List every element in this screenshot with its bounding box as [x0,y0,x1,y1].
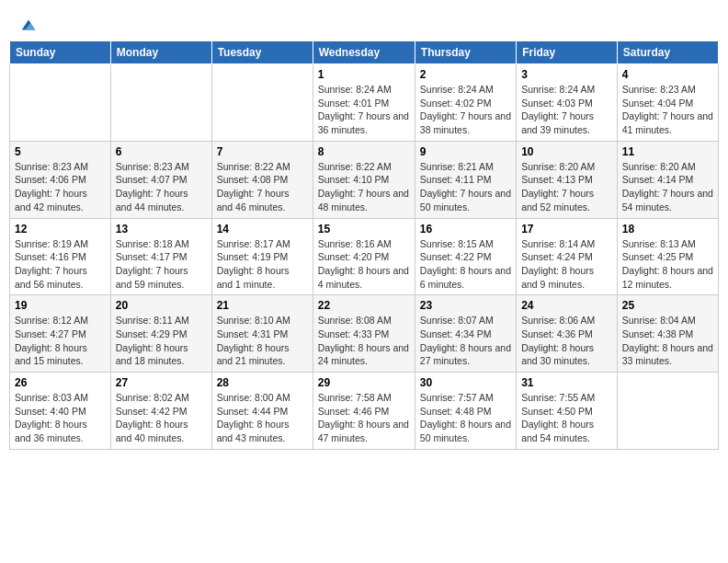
day-number: 4 [622,68,713,81]
week-row-1: 1Sunrise: 8:24 AM Sunset: 4:01 PM Daylig… [10,64,719,142]
weekday-header-monday: Monday [110,41,211,64]
day-cell: 4Sunrise: 8:23 AM Sunset: 4:04 PM Daylig… [617,64,718,142]
day-info: Sunrise: 8:16 AM Sunset: 4:20 PM Dayligh… [318,237,410,292]
day-info: Sunrise: 8:04 AM Sunset: 4:38 PM Dayligh… [622,314,713,368]
day-info: Sunrise: 8:11 AM Sunset: 4:29 PM Dayligh… [116,314,207,368]
day-number: 8 [318,145,410,158]
day-info: Sunrise: 8:06 AM Sunset: 4:36 PM Dayligh… [521,314,612,368]
day-cell: 17Sunrise: 8:14 AM Sunset: 4:24 PM Dayli… [517,218,618,295]
day-number: 10 [521,145,612,158]
day-cell: 27Sunrise: 8:02 AM Sunset: 4:42 PM Dayli… [110,373,211,450]
day-cell: 12Sunrise: 8:19 AM Sunset: 4:16 PM Dayli… [10,218,111,295]
day-number: 11 [622,145,713,158]
day-info: Sunrise: 8:21 AM Sunset: 4:11 PM Dayligh… [420,160,511,214]
day-number: 7 [217,145,308,158]
day-number: 1 [318,68,410,81]
day-cell [211,64,313,142]
day-cell: 22Sunrise: 8:08 AM Sunset: 4:33 PM Dayli… [313,295,415,373]
day-number: 6 [116,145,207,158]
day-number: 18 [622,223,713,236]
day-cell: 8Sunrise: 8:22 AM Sunset: 4:10 PM Daylig… [313,141,415,218]
day-number: 15 [318,223,410,236]
weekday-header-wednesday: Wednesday [313,41,415,64]
day-cell: 10Sunrise: 8:20 AM Sunset: 4:13 PM Dayli… [517,141,618,218]
day-info: Sunrise: 8:19 AM Sunset: 4:16 PM Dayligh… [15,237,106,292]
day-cell: 19Sunrise: 8:12 AM Sunset: 4:27 PM Dayli… [10,295,111,373]
day-info: Sunrise: 8:23 AM Sunset: 4:04 PM Dayligh… [622,83,713,137]
day-info: Sunrise: 7:57 AM Sunset: 4:48 PM Dayligh… [420,391,511,445]
day-cell: 1Sunrise: 8:24 AM Sunset: 4:01 PM Daylig… [313,64,415,142]
week-row-2: 5Sunrise: 8:23 AM Sunset: 4:06 PM Daylig… [10,141,719,218]
day-cell: 9Sunrise: 8:21 AM Sunset: 4:11 PM Daylig… [415,141,516,218]
day-number: 3 [521,68,612,81]
day-info: Sunrise: 8:24 AM Sunset: 4:01 PM Dayligh… [318,83,410,137]
page-header [9,9,719,40]
day-cell [110,64,211,142]
day-info: Sunrise: 8:24 AM Sunset: 4:02 PM Dayligh… [420,83,511,137]
day-info: Sunrise: 8:18 AM Sunset: 4:17 PM Dayligh… [116,237,207,292]
day-cell: 7Sunrise: 8:22 AM Sunset: 4:08 PM Daylig… [211,141,313,218]
day-info: Sunrise: 8:07 AM Sunset: 4:34 PM Dayligh… [420,314,511,368]
day-info: Sunrise: 8:03 AM Sunset: 4:40 PM Dayligh… [15,391,106,445]
day-cell: 20Sunrise: 8:11 AM Sunset: 4:29 PM Dayli… [110,295,211,373]
day-cell: 13Sunrise: 8:18 AM Sunset: 4:17 PM Dayli… [110,218,211,295]
day-cell: 25Sunrise: 8:04 AM Sunset: 4:38 PM Dayli… [617,295,718,373]
day-cell: 24Sunrise: 8:06 AM Sunset: 4:36 PM Dayli… [517,295,618,373]
day-info: Sunrise: 7:55 AM Sunset: 4:50 PM Dayligh… [521,391,612,445]
day-cell: 29Sunrise: 7:58 AM Sunset: 4:46 PM Dayli… [313,373,415,450]
weekday-header-row: SundayMondayTuesdayWednesdayThursdayFrid… [10,41,719,64]
day-number: 14 [217,223,308,236]
day-info: Sunrise: 8:20 AM Sunset: 4:14 PM Dayligh… [622,160,713,214]
day-number: 29 [318,376,410,389]
day-number: 12 [15,223,106,236]
day-number: 17 [521,223,612,236]
day-cell: 18Sunrise: 8:13 AM Sunset: 4:25 PM Dayli… [617,218,718,295]
day-cell: 14Sunrise: 8:17 AM Sunset: 4:19 PM Dayli… [211,218,313,295]
day-info: Sunrise: 8:00 AM Sunset: 4:44 PM Dayligh… [217,391,308,445]
day-number: 13 [116,223,207,236]
day-number: 22 [318,299,410,312]
day-cell: 30Sunrise: 7:57 AM Sunset: 4:48 PM Dayli… [415,373,516,450]
day-info: Sunrise: 8:23 AM Sunset: 4:06 PM Dayligh… [15,160,106,214]
day-info: Sunrise: 8:08 AM Sunset: 4:33 PM Dayligh… [318,314,410,368]
day-number: 9 [420,145,511,158]
day-cell: 26Sunrise: 8:03 AM Sunset: 4:40 PM Dayli… [10,373,111,450]
day-number: 20 [116,299,207,312]
day-number: 28 [217,376,308,389]
day-number: 21 [217,299,308,312]
day-number: 5 [15,145,106,158]
day-number: 24 [521,299,612,312]
day-number: 31 [521,376,612,389]
day-info: Sunrise: 8:15 AM Sunset: 4:22 PM Dayligh… [420,237,511,292]
day-cell [617,373,718,450]
day-cell: 2Sunrise: 8:24 AM Sunset: 4:02 PM Daylig… [415,64,516,142]
week-row-4: 19Sunrise: 8:12 AM Sunset: 4:27 PM Dayli… [10,295,719,373]
day-info: Sunrise: 8:20 AM Sunset: 4:13 PM Dayligh… [521,160,612,214]
day-number: 27 [116,376,207,389]
day-cell: 5Sunrise: 8:23 AM Sunset: 4:06 PM Daylig… [10,141,111,218]
weekday-header-tuesday: Tuesday [211,41,313,64]
day-info: Sunrise: 8:17 AM Sunset: 4:19 PM Dayligh… [217,237,308,292]
day-info: Sunrise: 8:10 AM Sunset: 4:31 PM Dayligh… [217,314,308,368]
day-info: Sunrise: 8:12 AM Sunset: 4:27 PM Dayligh… [15,314,106,368]
day-number: 19 [15,299,106,312]
day-info: Sunrise: 7:58 AM Sunset: 4:46 PM Dayligh… [318,391,410,445]
day-info: Sunrise: 8:23 AM Sunset: 4:07 PM Dayligh… [116,160,207,214]
day-cell [10,64,111,142]
day-info: Sunrise: 8:02 AM Sunset: 4:42 PM Dayligh… [116,391,207,445]
weekday-header-sunday: Sunday [10,41,111,64]
logo-icon [20,17,37,33]
day-cell: 3Sunrise: 8:24 AM Sunset: 4:03 PM Daylig… [517,64,618,142]
weekday-header-friday: Friday [517,41,618,64]
day-number: 2 [420,68,511,81]
day-number: 26 [15,376,106,389]
calendar: SundayMondayTuesdayWednesdayThursdayFrid… [9,40,719,450]
day-number: 25 [622,299,713,312]
week-row-5: 26Sunrise: 8:03 AM Sunset: 4:40 PM Dayli… [10,373,719,450]
day-cell: 15Sunrise: 8:16 AM Sunset: 4:20 PM Dayli… [313,218,415,295]
day-cell: 28Sunrise: 8:00 AM Sunset: 4:44 PM Dayli… [211,373,313,450]
day-cell: 6Sunrise: 8:23 AM Sunset: 4:07 PM Daylig… [110,141,211,218]
day-info: Sunrise: 8:22 AM Sunset: 4:08 PM Dayligh… [217,160,308,214]
day-info: Sunrise: 8:13 AM Sunset: 4:25 PM Dayligh… [622,237,713,292]
weekday-header-thursday: Thursday [415,41,516,64]
